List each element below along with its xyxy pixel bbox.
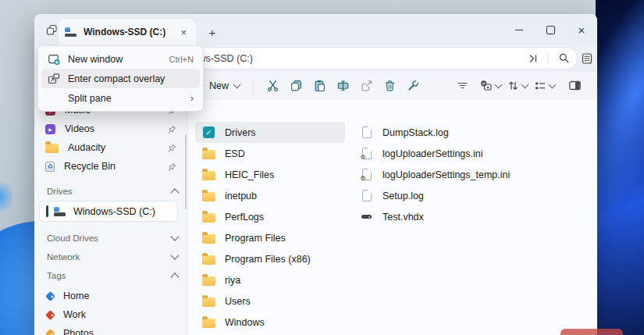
file-row[interactable]: DumpStack.log (353, 122, 540, 143)
sidebar-item-label: Work (63, 309, 176, 320)
file-row[interactable]: HEIC_Files (195, 164, 345, 185)
minimize-button[interactable] (503, 14, 535, 45)
sidebar-item-label: Recycle Bin (64, 161, 168, 172)
tab-windows-ssd[interactable]: Windows-SSD (C:) × (59, 19, 196, 45)
section-cloud-drives[interactable]: Cloud Drives (47, 230, 178, 246)
sort-icon (507, 80, 519, 91)
rename-icon (337, 80, 349, 91)
menu-shortcut: Ctrl+N (169, 55, 194, 64)
layout-dropdown[interactable] (534, 80, 555, 92)
file-row[interactable]: Windows (195, 312, 345, 333)
wallpaper-bloom-small (0, 180, 12, 214)
pin-icon (168, 125, 176, 134)
file-row[interactable]: PerfLogs (195, 206, 345, 227)
file-row[interactable]: Test.vhdx (353, 206, 540, 227)
status-center-button[interactable] (577, 48, 597, 69)
recycle-bin-icon: ♻ (45, 162, 55, 172)
section-drives[interactable]: Drives (47, 184, 178, 199)
share-button[interactable] (354, 75, 378, 97)
file-list: DumpStack.log logUploaderSettings.ini lo… (353, 122, 540, 227)
file-name: Program Files (225, 233, 286, 244)
sidebar-item-label: Videos (65, 123, 168, 134)
drive-icon (65, 27, 77, 37)
file-row[interactable]: Program Files (195, 227, 345, 248)
delete-button[interactable] (378, 75, 401, 97)
file-row[interactable]: inetpub (195, 185, 345, 206)
tag-icon (45, 329, 55, 335)
search-button[interactable] (553, 49, 574, 68)
files-app-window: Windows-SSD (C:) × + × Windows-SSD (C:) (34, 14, 597, 335)
sidebar-item-windows-ssd[interactable]: Windows-SSD (C:) (39, 201, 178, 222)
file-name: Setup.log (382, 191, 424, 201)
filter-button[interactable] (450, 75, 474, 97)
filter-icon (457, 80, 468, 91)
chevron-down-icon (495, 80, 503, 88)
log-file-icon (362, 190, 372, 201)
sidebar-item-videos[interactable]: ▶ Videos (41, 119, 181, 138)
file-row[interactable]: Program Files (x86) (195, 248, 345, 269)
file-row[interactable]: Setup.log (353, 185, 540, 206)
file-row[interactable]: logUploaderSettings.ini (353, 143, 540, 164)
file-row[interactable]: Users (195, 290, 345, 312)
close-button[interactable]: × (566, 14, 597, 45)
file-row[interactable]: logUploaderSettings_temp.ini (353, 164, 540, 185)
checkbox-checked-icon[interactable]: ✓ (203, 127, 215, 138)
tab-close-icon[interactable]: × (177, 26, 190, 39)
folder-icon (202, 171, 215, 180)
menu-item-compact-overlay[interactable]: Enter compact overlay (41, 69, 200, 88)
section-label: Cloud Drives (47, 233, 172, 243)
rename-button[interactable] (331, 75, 354, 97)
section-label: Tags (47, 271, 172, 280)
menu-item-new-window[interactable]: New window Ctrl+N (41, 49, 200, 69)
sidebar-item-recycle-bin[interactable]: ♻ Recycle Bin (41, 157, 181, 176)
menu-item-split-pane[interactable]: Split pane › (41, 88, 200, 108)
select-dropdown[interactable] (480, 80, 501, 92)
pin-icon (168, 144, 176, 152)
file-row[interactable]: riya (195, 269, 345, 290)
folder-icon (202, 234, 215, 244)
go-to-end-button[interactable] (523, 49, 543, 68)
address-bar[interactable]: Windows-SSD (C:) (151, 47, 578, 69)
selection-accent-bar (46, 205, 48, 217)
sidebar-item-tag-photos[interactable]: Photos (41, 324, 181, 335)
search-icon (558, 52, 570, 64)
cut-button[interactable] (261, 75, 284, 97)
file-row-drivers[interactable]: ✓ Drivers (195, 122, 345, 143)
folder-icon (202, 298, 215, 307)
file-row[interactable]: ESD (195, 143, 345, 164)
folder-icon (45, 144, 59, 153)
screen: Windows-SSD (C:) × + × Windows-SSD (C:) (0, 0, 644, 335)
preview-pane-toggle[interactable] (563, 75, 586, 97)
sidebar-scrollbar[interactable] (185, 134, 187, 209)
sidebar-item-label: Home (63, 290, 176, 301)
cut-icon (267, 80, 279, 91)
copy-icon (290, 80, 302, 91)
caption-buttons: × (503, 14, 597, 45)
title-bar: Windows-SSD (C:) × + × (34, 14, 597, 45)
sort-dropdown[interactable] (507, 80, 528, 91)
new-tab-button[interactable]: + (202, 23, 222, 41)
sidebar-item-audacity[interactable]: Audacity (41, 138, 181, 157)
paste-button[interactable] (308, 75, 331, 97)
chevron-down-icon (170, 251, 179, 259)
sidebar-item-tag-home[interactable]: Home (41, 287, 181, 305)
file-name: logUploaderSettings.ini (382, 148, 483, 159)
chevron-down-icon (233, 80, 241, 88)
maximize-button[interactable] (535, 14, 566, 45)
file-name: inetpub (225, 191, 257, 201)
select-icon (480, 80, 493, 92)
chevron-down-icon (170, 232, 179, 241)
maximize-icon (546, 26, 555, 34)
preview-pane-icon (568, 80, 582, 91)
pin-icon (168, 162, 176, 171)
menu-item-label: Enter compact overlay (68, 73, 194, 84)
copy-button[interactable] (284, 75, 308, 97)
chevron-up-icon (170, 188, 179, 197)
file-name: Program Files (x86) (225, 254, 311, 265)
properties-button[interactable] (401, 75, 425, 97)
sidebar-item-tag-work[interactable]: Work (41, 305, 181, 324)
folder-icon (202, 319, 215, 328)
section-network[interactable]: Network (47, 249, 178, 265)
sidebar: ♪ Music ▶ Videos (34, 100, 188, 335)
section-tags[interactable]: Tags (47, 268, 178, 283)
